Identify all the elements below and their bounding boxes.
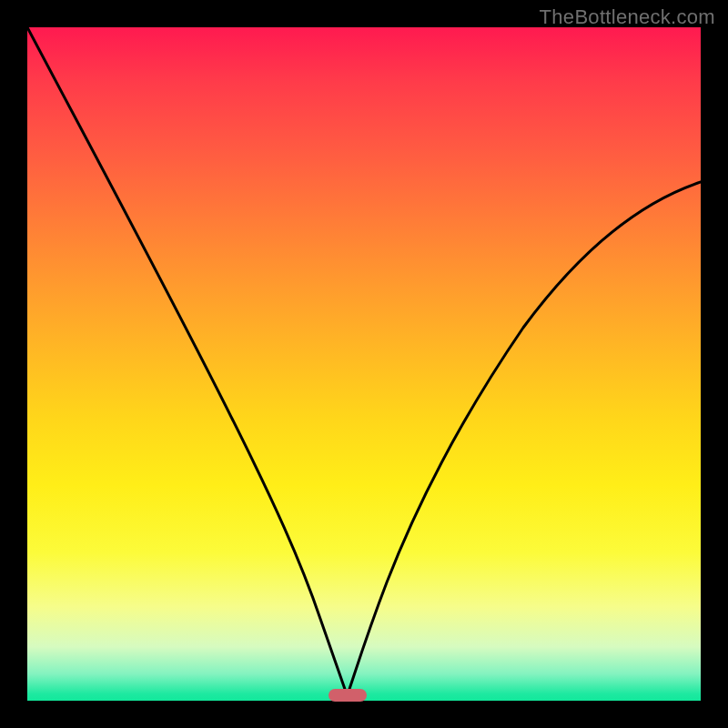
- watermark-text: TheBottleneck.com: [540, 5, 715, 29]
- curve-svg: [27, 27, 701, 701]
- curve-right-branch: [348, 182, 701, 694]
- chart-frame: TheBottleneck.com: [0, 0, 728, 728]
- plot-area: [27, 27, 701, 701]
- curve-left-branch: [27, 27, 347, 694]
- minimum-marker: [329, 689, 367, 702]
